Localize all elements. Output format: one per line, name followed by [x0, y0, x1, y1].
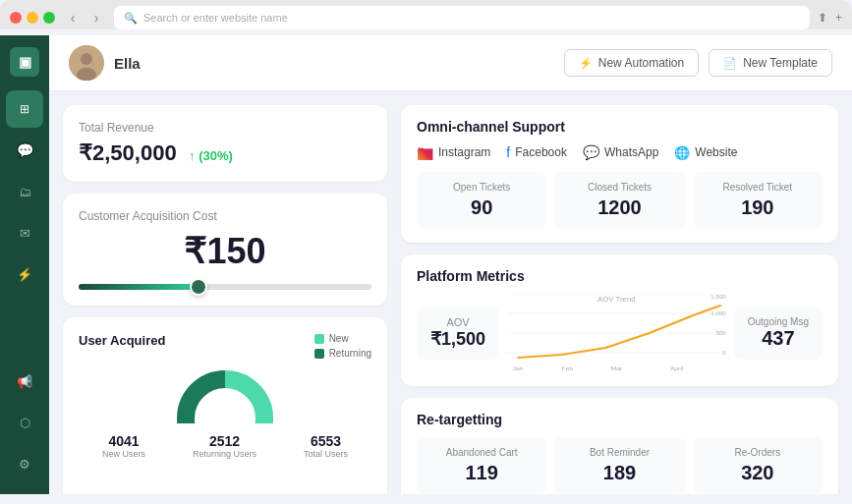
cac-slider-thumb[interactable] — [190, 278, 207, 296]
open-tickets-card: Open Tickets 90 — [417, 172, 546, 229]
open-tickets-label: Open Tickets — [428, 182, 535, 193]
search-icon: 🔍 — [124, 12, 138, 25]
svg-text:1,500: 1,500 — [710, 294, 725, 300]
abandoned-cart-label: Abandoned Cart — [428, 447, 535, 458]
instagram-tab[interactable]: 📷 Instagram — [417, 144, 490, 160]
close-button[interactable] — [10, 12, 22, 24]
website-icon: 🌐 — [674, 145, 690, 160]
sidebar-item-chat[interactable]: 💬 — [6, 132, 43, 169]
reorders-label: Re-Orders — [705, 447, 811, 458]
sidebar: ▣ ⊞ 💬 🗂 ✉ ⚡ 📢 ⬡ ⚙ — [0, 35, 49, 494]
app-logo: ▣ — [10, 47, 39, 77]
right-column: Omni-channel Support 📷 Instagram f Faceb… — [401, 105, 838, 494]
platform-metrics-card: Platform Metrics AOV ₹1,500 — [401, 254, 838, 386]
abandoned-cart-value: 119 — [428, 462, 535, 484]
dashboard-grid: Total Revenue ₹2,50,000 ↑ (30%) Customer… — [49, 91, 852, 494]
donut-chart-container: 4041 New Users 2512 Returning Users 6553… — [79, 364, 371, 459]
revenue-title: Total Revenue — [79, 121, 371, 135]
template-icon: 📄 — [723, 57, 737, 70]
svg-text:April: April — [670, 364, 683, 372]
omni-channel-card: Omni-channel Support 📷 Instagram f Faceb… — [401, 105, 838, 243]
sidebar-item-messages[interactable]: ✉ — [6, 214, 43, 252]
revenue-card: Total Revenue ₹2,50,000 ↑ (30%) — [63, 105, 387, 182]
returning-users-label: Returning Users — [193, 449, 256, 459]
tickets-grid: Open Tickets 90 Closed Tickets 1200 Reso… — [417, 172, 823, 229]
new-users-stat: 4041 New Users — [102, 433, 145, 459]
revenue-row: ₹2,50,000 ↑ (30%) — [79, 140, 371, 166]
sidebar-item-inbox[interactable]: 🗂 — [6, 173, 43, 210]
aov-value: ₹1,500 — [430, 328, 485, 350]
reorders-value: 320 — [705, 462, 811, 484]
add-tab-icon[interactable]: + — [835, 11, 842, 25]
minimize-button[interactable] — [27, 12, 38, 24]
user-info: Ella — [69, 45, 141, 81]
url-text: Search or enter website name — [143, 12, 288, 24]
returning-users-stat: 2512 Returning Users — [193, 433, 256, 459]
legend-returning-label: Returning — [329, 348, 371, 359]
sidebar-item-settings[interactable]: ⚙ — [6, 445, 43, 482]
cac-value: ₹150 — [79, 231, 371, 272]
browser-chrome: ‹ › 🔍 Search or enter website name ⬆ + — [0, 0, 852, 29]
cac-slider-fill — [79, 284, 196, 290]
omni-title: Omni-channel Support — [417, 119, 823, 135]
cac-card: Customer Acquisition Cost ₹150 — [63, 194, 387, 306]
svg-text:500: 500 — [716, 330, 726, 336]
chart-legend: New Returning — [314, 333, 371, 359]
new-users-value: 4041 — [102, 433, 145, 449]
svg-text:AOV Trend: AOV Trend — [597, 295, 635, 304]
total-users-stat: 6553 Total Users — [304, 433, 348, 459]
svg-text:1,000: 1,000 — [710, 310, 725, 316]
aov-box: AOV ₹1,500 — [417, 307, 499, 360]
new-users-label: New Users — [102, 449, 145, 459]
closed-tickets-label: Closed Tickets — [566, 182, 672, 193]
cac-title: Customer Acquisition Cost — [79, 209, 371, 223]
outgoing-box: Outgoing Msg 437 — [734, 307, 823, 360]
revenue-change: ↑ (30%) — [189, 148, 233, 163]
sidebar-item-dashboard[interactable]: ⊞ — [6, 90, 43, 128]
donut-chart — [171, 364, 279, 423]
platform-title: Platform Metrics — [417, 268, 823, 284]
legend-new-dot — [314, 334, 324, 344]
app-header: Ella ⚡ New Automation 📄 New Template — [49, 35, 852, 91]
user-name: Ella — [114, 55, 141, 72]
retarget-title: Re-targetting — [417, 412, 823, 427]
outgoing-label: Outgoing Msg — [748, 316, 809, 327]
whatsapp-tab[interactable]: 💬 WhatsApp — [583, 144, 658, 160]
open-tickets-value: 90 — [428, 196, 535, 219]
svg-text:0: 0 — [722, 350, 725, 356]
traffic-lights — [10, 12, 55, 24]
total-users-label: Total Users — [304, 449, 348, 459]
user-acquired-card: User Acquired New Returning — [63, 317, 387, 494]
whatsapp-icon: 💬 — [583, 144, 599, 160]
aov-trend-chart: AOV Trend Jan Feb Mar April 1,500 1, — [507, 294, 726, 372]
header-actions: ⚡ New Automation 📄 New Template — [564, 49, 832, 77]
bot-reminder-value: 189 — [566, 462, 672, 484]
forward-button[interactable]: › — [86, 8, 106, 28]
sidebar-item-broadcast[interactable]: 📢 — [6, 363, 43, 400]
facebook-tab[interactable]: f Facebook — [506, 144, 567, 160]
user-stats: 4041 New Users 2512 Returning Users 6553… — [79, 433, 371, 459]
closed-tickets-card: Closed Tickets 1200 — [554, 172, 684, 229]
share-icon[interactable]: ⬆ — [818, 11, 827, 25]
facebook-icon: f — [506, 144, 510, 160]
sidebar-item-integrations[interactable]: ⬡ — [6, 404, 43, 441]
bot-reminder-label: Bot Reminder — [566, 447, 672, 458]
legend-returning-dot — [314, 349, 324, 359]
outgoing-value: 437 — [748, 327, 809, 350]
bot-reminder-item: Bot Reminder 189 — [554, 437, 684, 494]
svg-text:Mar: Mar — [611, 364, 622, 371]
total-users-value: 6553 — [304, 433, 348, 449]
returning-users-value: 2512 — [193, 433, 256, 449]
revenue-value: ₹2,50,000 — [79, 140, 177, 165]
maximize-button[interactable] — [43, 12, 55, 24]
new-automation-button[interactable]: ⚡ New Automation — [564, 49, 699, 77]
automation-icon: ⚡ — [579, 57, 593, 70]
sidebar-item-filter[interactable]: ⚡ — [6, 255, 43, 293]
new-template-button[interactable]: 📄 New Template — [709, 49, 832, 77]
svg-text:Jan: Jan — [513, 364, 524, 371]
back-button[interactable]: ‹ — [63, 8, 83, 28]
url-bar[interactable]: 🔍 Search or enter website name — [114, 6, 810, 29]
website-tab[interactable]: 🌐 Website — [674, 144, 737, 160]
resolved-tickets-label: Resolved Ticket — [705, 182, 811, 193]
svg-text:Feb: Feb — [562, 364, 574, 371]
